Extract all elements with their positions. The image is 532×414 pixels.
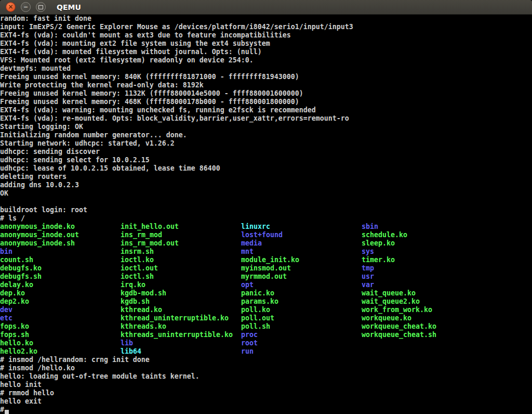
file-entry: irq.ko [121, 281, 145, 289]
file-entry: lib [121, 339, 133, 347]
titlebar[interactable]: × − QEMU [0, 0, 532, 15]
file-entry: run [241, 347, 254, 356]
terminal-line: hello exit [0, 397, 532, 406]
terminal-line: devtmpfs: mounted [0, 64, 532, 73]
file-entry: usr [362, 273, 374, 281]
terminal-line: anonymous_inode.shins_rm_mod.outmediasle… [0, 239, 532, 248]
terminal-line: hello: loading out-of-tree module taints… [0, 372, 532, 381]
terminal-line: dep2.kokgdb.shparams.kowait_queue2.ko [0, 297, 532, 306]
file-entry: linuxrc [241, 223, 270, 231]
file-entry: params.ko [241, 297, 278, 306]
close-icon: × [8, 4, 13, 10]
terminal-line: Initializing random number generator... … [0, 131, 532, 139]
file-entry: anonymous_inode.ko [0, 223, 75, 231]
minimize-icon: − [23, 4, 28, 10]
file-entry: lost+found [241, 231, 283, 239]
file-entry: hello2.ko [0, 347, 37, 356]
terminal-line: udhcpc: sending discover [0, 148, 532, 156]
file-entry: poll.sh [241, 322, 270, 331]
file-entry: debugfs.ko [0, 264, 42, 273]
file-entry: ioctl.ko [121, 256, 154, 264]
terminal-line: deleting routers [0, 173, 532, 181]
file-entry: kgdb-mod.sh [121, 289, 166, 297]
minimize-button[interactable]: − [21, 2, 31, 12]
file-entry: wait_queue.ko [362, 289, 416, 297]
file-entry: mnt [241, 248, 254, 256]
terminal-line: delay.koirq.kooptvar [0, 281, 532, 289]
file-entry: init_hello.out [121, 223, 179, 231]
file-entry: sbin [362, 223, 378, 231]
file-entry: timer.ko [362, 256, 395, 264]
file-entry: poll.out [241, 314, 274, 322]
maximize-button[interactable] [36, 2, 46, 12]
terminal-line: bininsrm.shmntsys [0, 248, 532, 256]
file-entry: lib64 [121, 347, 141, 356]
terminal-line [0, 198, 532, 206]
terminal-screen[interactable]: random: fast init doneinput: ImExPS/2 Ge… [0, 15, 532, 414]
file-entry: dev [0, 306, 12, 314]
terminal-line: input: ImExPS/2 Generic Explorer Mouse a… [0, 23, 532, 31]
terminal-line: Freeing unused kernel memory: 840K (ffff… [0, 73, 532, 81]
file-entry: kthreads_uninterruptible.ko [121, 331, 233, 339]
terminal-line: # insmod /hellrandom: crng init done [0, 356, 532, 364]
file-entry: var [362, 281, 374, 289]
terminal-line: anonymous_inode.outins_rm_modlost+founds… [0, 231, 532, 239]
file-entry: root [241, 339, 258, 347]
file-entry: proc [241, 331, 258, 339]
terminal-line: EXT4-fs (vda): mounting ext2 file system… [0, 40, 532, 48]
terminal-line: udhcpc: sending select for 10.0.2.15 [0, 156, 532, 164]
file-entry: sleep.ko [362, 239, 395, 248]
file-entry: ioctl.sh [121, 273, 154, 281]
file-entry: workqueue_cheat.sh [362, 331, 436, 339]
file-entry: opt [241, 281, 254, 289]
file-entry: tmp [362, 264, 374, 273]
file-entry: insrm.sh [121, 248, 154, 256]
file-entry: count.sh [0, 256, 33, 264]
file-entry: myrmmod.out [241, 273, 287, 281]
terminal-line: fops.kokthreads.kopoll.shworkqueue_cheat… [0, 322, 532, 331]
terminal-line: hello2.kolib64run [0, 347, 532, 356]
terminal-line: udhcpc: lease of 10.0.2.15 obtained, lea… [0, 164, 532, 173]
terminal-line: Starting network: udhcpc: started, v1.26… [0, 139, 532, 148]
qemu-window: × − QEMU random: fast init doneinput: Im… [0, 0, 532, 414]
file-entry: wait_queue2.ko [362, 297, 420, 306]
terminal-line: VFS: Mounted root (ext2 filesystem) read… [0, 56, 532, 64]
file-entry: ioctl.out [121, 264, 158, 273]
terminal-line: EXT4-fs (vda): couldn't mount as ext3 du… [0, 31, 532, 40]
terminal-line: devkthread.kopoll.kowork_from_work.ko [0, 306, 532, 314]
file-entry: work_from_work.ko [362, 306, 432, 314]
file-entry: dep.ko [0, 289, 25, 297]
file-entry: kthread_uninterruptible.ko [121, 314, 229, 322]
terminal-line: debugfs.shioctl.shmyrmmod.outusr [0, 273, 532, 281]
file-entry: fops.ko [0, 322, 29, 331]
file-entry: kthreads.ko [121, 322, 166, 331]
terminal-line: # ls / [0, 214, 532, 223]
file-entry: myinsmod.out [241, 264, 291, 273]
file-entry: schedule.ko [362, 231, 407, 239]
maximize-icon [38, 5, 43, 9]
file-entry: bin [0, 248, 12, 256]
terminal-line: OK [0, 189, 532, 198]
file-entry: panic.ko [241, 289, 274, 297]
prompt-line: # [0, 406, 532, 414]
terminal-line: Freeing unused kernel memory: 1132K (fff… [0, 89, 532, 98]
file-entry: delay.ko [0, 281, 33, 289]
terminal-line: hello init [0, 381, 532, 389]
window-title: QEMU [57, 3, 81, 11]
terminal-line: EXT4-fs (vda): warning: mounting uncheck… [0, 106, 532, 114]
terminal-line: anonymous_inode.koinit_hello.outlinuxrcs… [0, 223, 532, 231]
file-entry: ins_rm_mod [121, 231, 162, 239]
terminal-line: fops.shkthreads_uninterruptible.koprocwo… [0, 331, 532, 339]
file-entry: etc [0, 314, 12, 322]
terminal-line: etckthread_uninterruptible.kopoll.outwor… [0, 314, 532, 322]
terminal-line: EXT4-fs (vda): mounted filesystem withou… [0, 48, 532, 56]
text-cursor [5, 410, 9, 414]
file-entry: debugfs.sh [0, 273, 42, 281]
terminal-line: dep.kokgdb-mod.shpanic.kowait_queue.ko [0, 289, 532, 297]
terminal-line: adding dns 10.0.2.3 [0, 181, 532, 189]
terminal-line: Write protecting the kernel read-only da… [0, 81, 532, 89]
file-entry: poll.ko [241, 306, 270, 314]
file-entry: workqueue.ko [362, 314, 411, 322]
close-button[interactable]: × [6, 2, 16, 12]
file-entry: kgdb.sh [121, 297, 150, 306]
